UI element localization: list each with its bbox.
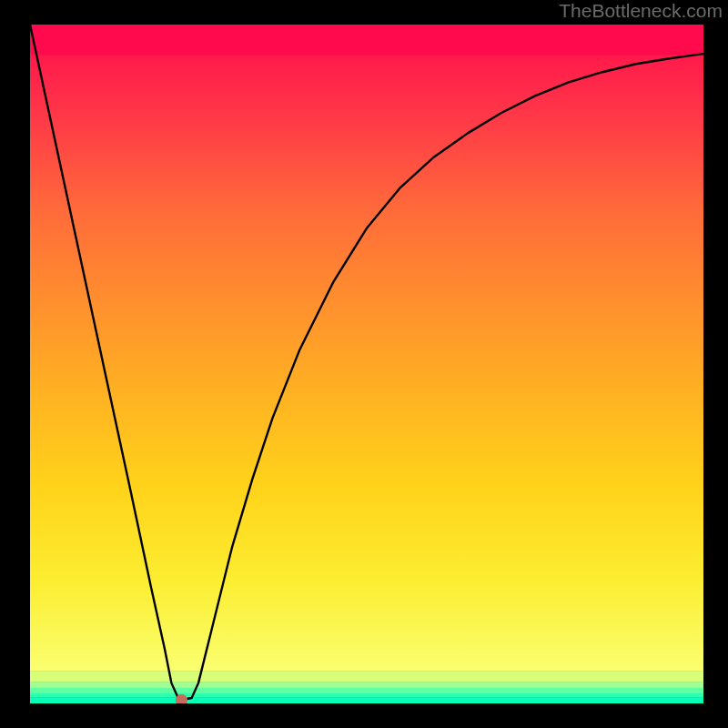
- plot-area: [30, 25, 703, 703]
- svg-rect-5: [30, 693, 703, 698]
- chart-svg: [30, 25, 703, 703]
- svg-rect-6: [30, 697, 703, 703]
- svg-rect-1: [30, 56, 703, 672]
- svg-rect-4: [30, 688, 703, 693]
- chart-frame: TheBottleneck.com: [0, 0, 728, 728]
- watermark-text: TheBottleneck.com: [559, 0, 723, 22]
- svg-rect-3: [30, 682, 703, 688]
- background-bands: [30, 25, 703, 703]
- svg-rect-2: [30, 671, 703, 682]
- svg-rect-0: [30, 25, 703, 56]
